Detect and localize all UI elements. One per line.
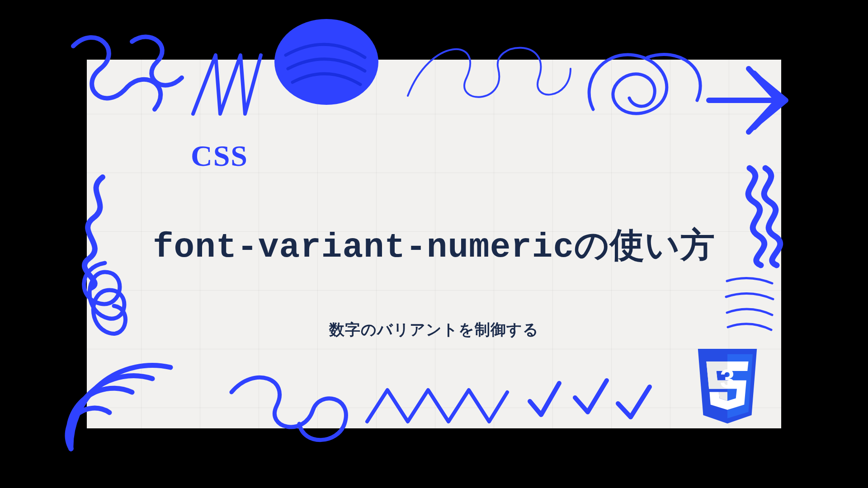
- page-title: font-variant-numericの使い方: [87, 222, 781, 269]
- doodle-bottom-zigzag-icon: [363, 379, 512, 433]
- doodle-arrow-icon: [700, 51, 799, 150]
- doodle-loops-icon: [69, 33, 186, 123]
- page-subtitle: 数字のバリアントを制御する: [87, 319, 781, 340]
- doodle-zigzag-icon: [189, 51, 265, 123]
- doodle-checks-icon: [521, 365, 665, 428]
- doodle-blob-icon: [268, 23, 385, 123]
- css3-shield-icon: 3: [693, 349, 761, 426]
- doodle-spiral-icon: [575, 33, 711, 127]
- doodle-thin-loops-icon: [403, 28, 575, 118]
- category-label: CSS: [191, 139, 248, 173]
- doodle-bottom-loops-icon: [222, 365, 358, 455]
- doodle-arcs-icon: [64, 347, 182, 455]
- css3-glyph: 3: [720, 364, 735, 393]
